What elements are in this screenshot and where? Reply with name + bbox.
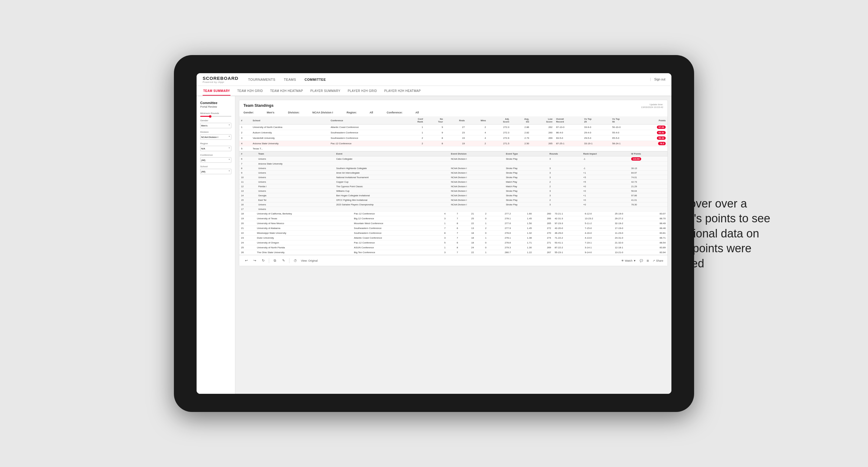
adj-score-2: 272.3 — [488, 130, 511, 135]
subnav-team-h2h-heatmap[interactable]: TEAM H2H HEATMAP — [270, 87, 304, 96]
table-row: 22 Mississippi State University Southeas… — [239, 231, 668, 236]
division-select[interactable]: NCAA Division I — [200, 134, 231, 140]
col-rank: # — [239, 117, 251, 125]
sub-nav: TEAM SUMMARY TEAM H2H GRID TEAM H2H HEAT… — [196, 86, 672, 96]
table-row-highlighted: 4 Arizona State University Pac-12 Confer… — [239, 141, 668, 146]
redo-icon[interactable]: ↪ — [252, 258, 257, 263]
clock-icon[interactable]: ⏱ — [292, 258, 298, 263]
conference-1: Atlantic Coast Conference — [329, 125, 403, 130]
rank-2: 2 — [239, 130, 251, 135]
list-item: 15 East Ter OFCC Fighting Illini Invitat… — [239, 198, 668, 203]
avg-sg-4: 2.50 — [511, 141, 531, 146]
exp-col-rank: # — [239, 152, 256, 156]
table-row: 19 University of Texas Big 12 Conference… — [239, 216, 668, 221]
school-1: University of North Carolina — [251, 125, 329, 130]
col-conference: Conference — [329, 117, 403, 125]
gender-select[interactable]: Men's — [200, 123, 231, 128]
points-4[interactable]: 78.5 — [639, 141, 668, 146]
overall-1: 67-10-0 — [554, 125, 583, 130]
copy-icon[interactable]: ⧉ — [272, 258, 278, 263]
rnds-3: 19 — [445, 135, 467, 141]
division-label: Division — [200, 131, 231, 133]
bottom-bar: ↩ ↪ ↻ ⧉ ✎ ⏱ View: Original 👁 Watch — [239, 255, 668, 266]
region-label: Region — [200, 142, 231, 145]
subnav-team-h2h-grid[interactable]: TEAM H2H GRID — [237, 87, 264, 96]
vs50-2: 55-4-0 — [610, 130, 639, 135]
points-1[interactable]: 97.02 — [639, 125, 668, 130]
overall-3: 63-5-0 — [554, 135, 583, 141]
points-2[interactable]: 93.31 — [639, 130, 668, 135]
list-item: 14 Georgia Ben Hogan Collegiate Invitati… — [239, 193, 668, 198]
edit-icon[interactable]: ✎ — [281, 258, 286, 263]
exp-col-rounds: Rounds — [548, 152, 582, 156]
watch-label: Watch — [625, 259, 632, 262]
col-points: Points — [639, 117, 668, 125]
nav-committee[interactable]: COMMITTEE — [304, 76, 327, 83]
watch-button[interactable]: 👁 Watch ▼ — [621, 259, 636, 262]
expanded-table: # Team Event Event Division Event Type R… — [239, 152, 668, 211]
low-score-1: 262 — [531, 125, 554, 130]
lower-standings-table: 18 University of California, Berkeley Pa… — [239, 211, 668, 255]
list-item: 17 Univers — [239, 207, 668, 211]
table-row: 25 University of North Florida ASUN Conf… — [239, 245, 668, 250]
min-rounds-slider[interactable] — [200, 116, 231, 117]
nav-teams[interactable]: TEAMS — [283, 76, 297, 83]
subnav-player-h2h-heatmap[interactable]: PLAYER H2H HEATMAP — [383, 87, 421, 96]
adj-score-4: 271.5 — [488, 141, 511, 146]
conf-rank-1: 1 — [403, 125, 425, 130]
update-time: Update time: 13/03/2024 10:03:42 — [641, 103, 663, 108]
region-select[interactable]: N/A — [200, 146, 231, 151]
rank-5: 5 — [239, 146, 251, 151]
region-filter-label: Region: — [347, 111, 357, 114]
refresh-icon[interactable]: ↻ — [260, 258, 266, 263]
rnds-1: 27 — [445, 125, 467, 130]
main-content: Committee Portal Review Minimum Rounds G… — [196, 96, 672, 394]
low-score-4: 265 — [531, 141, 554, 146]
conference-filter-label: Conference: — [386, 111, 403, 114]
col-school: School — [251, 117, 329, 125]
wins-3: 4 — [467, 135, 488, 141]
conference-filter-value: All — [415, 111, 419, 114]
avg-sg-1: 2.86 — [511, 125, 531, 130]
col-vs50: Vs Top50 — [610, 117, 639, 125]
table-row: 24 University of Oregon Pac-12 Conferenc… — [239, 241, 668, 245]
tours-2: 9 — [425, 130, 445, 135]
col-low-score: LowScore — [531, 117, 554, 125]
subnav-team-summary[interactable]: TEAM SUMMARY — [203, 87, 230, 96]
school-select[interactable]: (All) — [200, 169, 231, 174]
undo-icon[interactable]: ↩ — [244, 258, 249, 263]
gender-filter-value: Men's — [267, 111, 274, 114]
division-filter-value: NCAA Division I — [312, 111, 333, 114]
grid-button[interactable]: ⊞ — [647, 259, 649, 262]
conference-select[interactable]: (All) — [200, 157, 231, 163]
list-item: 11 Univers Copper Cup NCAA Division I Ma… — [239, 180, 668, 184]
school-5: Texas T... — [251, 146, 329, 151]
overall-2: 86-4-0 — [554, 130, 583, 135]
expanded-table-body: 6 Univers Cabo Collegiate NCAA Division … — [239, 156, 668, 211]
wins-2: 4 — [467, 130, 488, 135]
avg-sg-2: 2.82 — [511, 130, 531, 135]
vs25-3: 29-5-0 — [583, 135, 611, 141]
view-label[interactable]: View: Original — [301, 259, 317, 262]
table-row: 1 University of North Carolina Atlantic … — [239, 125, 668, 130]
region-select-wrapper: N/A ▼ — [200, 146, 231, 151]
nav-tournaments[interactable]: TOURNAMENTS — [247, 76, 276, 83]
wins-1: 2 — [467, 125, 488, 130]
share-button[interactable]: ↗ Share — [653, 259, 663, 262]
sign-out-button[interactable]: Sign out — [650, 78, 665, 81]
overall-4: 87-25-1 — [554, 141, 583, 146]
col-conf-rank: ConfRank — [403, 117, 425, 125]
feedback-button[interactable]: 💬 — [640, 259, 643, 262]
adj-score-1: 272.0 — [488, 125, 511, 130]
exp-col-event: Event — [335, 152, 449, 156]
avg-sg-3: 2.73 — [511, 135, 531, 141]
left-panel: Committee Portal Review Minimum Rounds G… — [196, 96, 235, 394]
subnav-player-summary[interactable]: PLAYER SUMMARY — [310, 87, 341, 96]
logo-sub: Powered by clippi — [203, 81, 238, 84]
division-filter-label: Division: — [288, 111, 300, 114]
subnav-player-h2h-grid[interactable]: PLAYER H2H GRID — [347, 87, 378, 96]
points-3[interactable]: 90.32 — [639, 135, 668, 141]
conf-rank-3: 2 — [403, 135, 425, 141]
vs25-1: 33-9-0 — [583, 125, 611, 130]
conference-label: Conference — [200, 154, 231, 156]
